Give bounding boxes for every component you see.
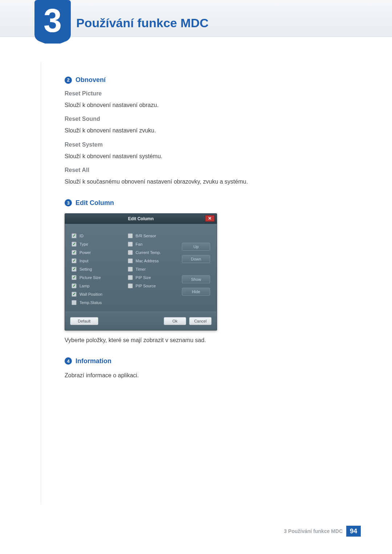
chk-current-temp[interactable]: Current Temp.: [128, 250, 179, 255]
page-content: 2 Obnovení Reset Picture Slouží k obnove…: [65, 76, 340, 379]
chk-label: Input: [79, 259, 88, 263]
checkbox-icon: [128, 275, 133, 280]
checkbox-icon: [128, 250, 133, 255]
bullet-number-4: 4: [65, 357, 72, 365]
checkbox-icon: [72, 292, 77, 297]
chk-lamp[interactable]: Lamp: [72, 283, 124, 288]
footer-text: 3 Používání funkce MDC: [284, 528, 343, 534]
chk-picture-size[interactable]: Picture Size: [72, 275, 124, 280]
checkbox-icon: [128, 267, 133, 272]
dialog-title-text: Edit Column: [128, 216, 154, 221]
chk-setting[interactable]: Setting: [72, 267, 124, 272]
left-margin-rule: [41, 62, 41, 505]
down-button[interactable]: Down: [182, 255, 210, 263]
up-button[interactable]: Up: [182, 243, 210, 251]
chk-input[interactable]: Input: [72, 258, 124, 263]
edit-column-caption: Vyberte položky, které se mají zobrazit …: [65, 336, 340, 344]
chk-label: Setting: [79, 267, 92, 271]
chapter-number: 3: [44, 4, 62, 37]
reset-all-text: Slouží k současnému obnovení nastavení o…: [65, 178, 340, 186]
dialog-body: ID Type Power Input Setting Picture Size…: [65, 224, 217, 312]
chk-mac-address[interactable]: Mac Address: [128, 258, 179, 263]
page-footer: 3 Používání funkce MDC 94: [0, 526, 392, 537]
document-page: 3 Používání funkce MDC 2 Obnovení Reset …: [0, 0, 392, 554]
chk-fan[interactable]: Fan: [128, 242, 179, 247]
checkbox-icon: [128, 283, 133, 288]
chk-label: Wall Position: [79, 292, 102, 296]
show-button[interactable]: Show: [182, 275, 210, 283]
chapter-badge: 3: [34, 0, 71, 44]
chk-label: PIP Source: [136, 284, 156, 288]
dialog-titlebar: Edit Column ✕: [65, 214, 217, 224]
checkbox-icon: [72, 258, 77, 263]
reset-picture-text: Slouží k obnovení nastavení obrazu.: [65, 101, 340, 109]
section-3-header: 3 Edit Column: [65, 199, 340, 207]
chk-timer[interactable]: Timer: [128, 267, 179, 272]
reset-all-heading: Reset All: [65, 167, 340, 173]
chk-label: Picture Size: [79, 275, 101, 280]
chk-label: PIP Size: [136, 275, 151, 280]
chk-label: B/R Sensor: [136, 234, 156, 238]
bullet-number-2: 2: [65, 77, 72, 84]
chk-label: Fan: [136, 242, 143, 246]
section-4-title: Information: [75, 357, 111, 365]
chk-label: Type: [79, 242, 88, 246]
checkbox-icon: [72, 283, 77, 288]
default-button[interactable]: Default: [70, 317, 98, 325]
chk-label: Lamp: [79, 284, 90, 288]
chk-label: Temp.Status: [79, 300, 102, 305]
close-icon: ✕: [208, 216, 212, 221]
chk-wall-position[interactable]: Wall Position: [72, 292, 124, 297]
spacer: [182, 267, 210, 271]
reset-picture-heading: Reset Picture: [65, 90, 340, 97]
section-2-header: 2 Obnovení: [65, 76, 340, 84]
checkbox-icon: [128, 242, 133, 247]
edit-column-dialog-figure: Edit Column ✕ ID Type Power Input Settin…: [65, 213, 217, 331]
footer-right-group: Ok Cancel: [164, 317, 212, 325]
reset-sound-heading: Reset Sound: [65, 116, 340, 122]
chk-temp-status[interactable]: Temp.Status: [72, 300, 124, 305]
chk-power[interactable]: Power: [72, 250, 124, 255]
ok-button[interactable]: Ok: [164, 317, 186, 325]
chk-label: Mac Address: [136, 259, 159, 263]
chk-pip-source[interactable]: PIP Source: [128, 283, 179, 288]
chk-type[interactable]: Type: [72, 242, 124, 247]
dialog-side-buttons: Up Down Show Hide: [182, 233, 210, 305]
hide-button[interactable]: Hide: [182, 288, 210, 296]
chk-id[interactable]: ID: [72, 233, 124, 238]
information-text: Zobrazí informace o aplikaci.: [65, 372, 340, 379]
checkbox-icon: [72, 300, 77, 305]
section-4-header: 4 Information: [65, 357, 340, 365]
chk-label: Timer: [136, 267, 146, 271]
checkbox-column-left: ID Type Power Input Setting Picture Size…: [72, 233, 124, 305]
checkbox-icon: [72, 275, 77, 280]
reset-system-text: Slouží k obnovení nastavení systému.: [65, 152, 340, 160]
edit-column-dialog: Edit Column ✕ ID Type Power Input Settin…: [65, 213, 217, 331]
chk-pip-size[interactable]: PIP Size: [128, 275, 179, 280]
checkbox-icon: [72, 233, 77, 238]
reset-sound-text: Slouží k obnovení nastavení zvuku.: [65, 127, 340, 135]
chk-br-sensor[interactable]: B/R Sensor: [128, 233, 179, 238]
checkbox-column-right: B/R Sensor Fan Current Temp. Mac Address…: [128, 233, 179, 305]
chk-label: ID: [79, 234, 83, 238]
bullet-number-3: 3: [65, 199, 72, 206]
footer-page-number: 94: [346, 526, 361, 537]
checkbox-icon: [72, 250, 77, 255]
section-2-title: Obnovení: [75, 76, 106, 84]
checkbox-icon: [72, 267, 77, 272]
cancel-button[interactable]: Cancel: [189, 317, 212, 325]
chapter-title: Používání funkce MDC: [76, 16, 209, 30]
close-button[interactable]: ✕: [205, 215, 215, 222]
dialog-footer: Default Ok Cancel: [65, 312, 217, 330]
chk-label: Power: [79, 250, 91, 255]
reset-system-heading: Reset System: [65, 141, 340, 148]
section-3-title: Edit Column: [75, 199, 114, 207]
checkbox-icon: [128, 258, 133, 263]
chk-label: Current Temp.: [136, 250, 161, 255]
checkbox-icon: [128, 233, 133, 238]
checkbox-icon: [72, 242, 77, 247]
